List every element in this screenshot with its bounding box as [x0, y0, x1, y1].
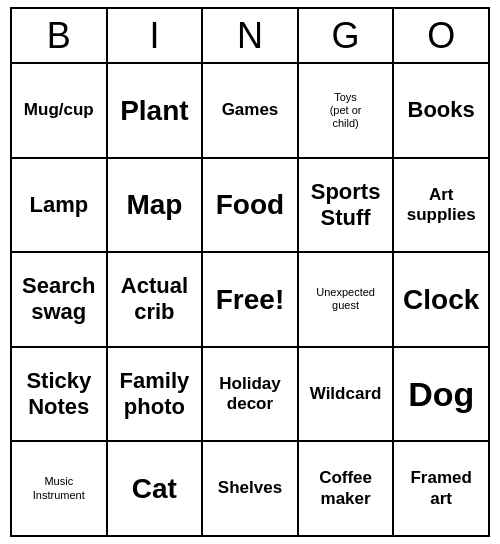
grid-cell-2-1: Actual crib — [108, 253, 204, 346]
grid-cell-1-2: Food — [203, 159, 299, 252]
cell-text-4-0: Music Instrument — [33, 475, 85, 501]
header-letter-b: B — [12, 9, 108, 62]
grid-cell-0-2: Games — [203, 64, 299, 157]
cell-text-3-4: Dog — [408, 374, 474, 415]
grid-cell-3-4: Dog — [394, 348, 488, 441]
cell-text-0-4: Books — [408, 97, 475, 123]
grid-cell-4-1: Cat — [108, 442, 204, 535]
cell-text-2-3: Unexpected guest — [316, 286, 375, 312]
header-letter-n: N — [203, 9, 299, 62]
cell-text-1-3: Sports Stuff — [311, 179, 381, 232]
grid-cell-2-2: Free! — [203, 253, 299, 346]
grid-row-0: Mug/cupPlantGamesToys (pet or child)Book… — [12, 64, 488, 159]
grid-cell-2-3: Unexpected guest — [299, 253, 395, 346]
grid-cell-4-3: Coffee maker — [299, 442, 395, 535]
cell-text-4-4: Framed art — [410, 468, 471, 509]
grid-cell-2-4: Clock — [394, 253, 488, 346]
grid-cell-0-3: Toys (pet or child) — [299, 64, 395, 157]
grid-cell-1-0: Lamp — [12, 159, 108, 252]
cell-text-2-2: Free! — [216, 283, 284, 317]
header-letter-i: I — [108, 9, 204, 62]
cell-text-1-2: Food — [216, 188, 284, 222]
cell-text-4-1: Cat — [132, 472, 177, 506]
cell-text-3-3: Wildcard — [310, 384, 382, 404]
header-letter-g: G — [299, 9, 395, 62]
grid-cell-0-1: Plant — [108, 64, 204, 157]
grid-cell-1-3: Sports Stuff — [299, 159, 395, 252]
cell-text-4-3: Coffee maker — [319, 468, 372, 509]
grid-cell-3-0: Sticky Notes — [12, 348, 108, 441]
grid-cell-1-4: Art supplies — [394, 159, 488, 252]
grid-cell-1-1: Map — [108, 159, 204, 252]
grid-cell-2-0: Search swag — [12, 253, 108, 346]
bingo-grid: Mug/cupPlantGamesToys (pet or child)Book… — [12, 64, 488, 535]
cell-text-2-0: Search swag — [22, 273, 95, 326]
grid-row-2: Search swagActual cribFree!Unexpected gu… — [12, 253, 488, 348]
cell-text-1-0: Lamp — [29, 192, 88, 218]
cell-text-0-2: Games — [222, 100, 279, 120]
cell-text-0-0: Mug/cup — [24, 100, 94, 120]
grid-cell-3-2: Holiday decor — [203, 348, 299, 441]
cell-text-1-1: Map — [126, 188, 182, 222]
grid-cell-4-4: Framed art — [394, 442, 488, 535]
cell-text-3-1: Family photo — [120, 368, 190, 421]
cell-text-1-4: Art supplies — [407, 185, 476, 226]
grid-cell-0-4: Books — [394, 64, 488, 157]
grid-cell-3-3: Wildcard — [299, 348, 395, 441]
grid-cell-4-0: Music Instrument — [12, 442, 108, 535]
header-letter-o: O — [394, 9, 488, 62]
cell-text-0-3: Toys (pet or child) — [330, 91, 362, 131]
cell-text-3-2: Holiday decor — [219, 374, 280, 415]
cell-text-4-2: Shelves — [218, 478, 282, 498]
grid-cell-0-0: Mug/cup — [12, 64, 108, 157]
cell-text-2-4: Clock — [403, 283, 479, 317]
grid-row-4: Music InstrumentCatShelvesCoffee makerFr… — [12, 442, 488, 535]
grid-row-3: Sticky NotesFamily photoHoliday decorWil… — [12, 348, 488, 443]
bingo-header: BINGO — [12, 9, 488, 64]
grid-cell-4-2: Shelves — [203, 442, 299, 535]
cell-text-3-0: Sticky Notes — [26, 368, 91, 421]
bingo-card: BINGO Mug/cupPlantGamesToys (pet or chil… — [10, 7, 490, 537]
grid-row-1: LampMapFoodSports StuffArt supplies — [12, 159, 488, 254]
cell-text-0-1: Plant — [120, 94, 188, 128]
grid-cell-3-1: Family photo — [108, 348, 204, 441]
cell-text-2-1: Actual crib — [121, 273, 188, 326]
